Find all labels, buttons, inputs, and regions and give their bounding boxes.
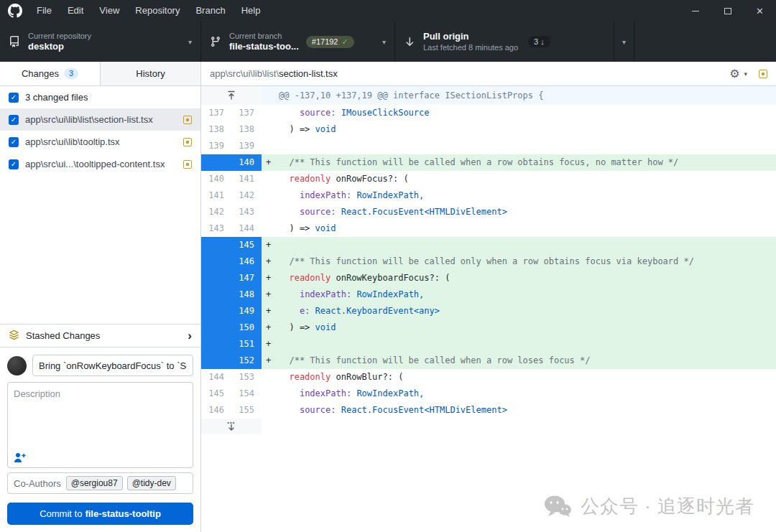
coauthor-chip[interactable]: @sergiou87 [66,476,123,490]
current-repository-value: desktop [28,41,91,52]
diff-gutter[interactable]: 143144 [201,220,262,237]
coauthor-chip[interactable]: @tidy-dev [127,476,176,490]
diff-line[interactable]: 147+ readonly onRowKeyboardFocus?: ( [201,270,776,286]
diff-line[interactable]: 146155 source: React.FocusEvent<HTMLDivE… [201,402,776,419]
diff-gutter[interactable]: 140141 [201,171,262,187]
commit-form: Co-Authors @sergiou87@tidy-dev Commit to… [0,347,200,532]
menu-view[interactable]: View [91,0,127,22]
add-coauthor-button[interactable] [14,452,26,463]
diff-gutter[interactable]: 139139 [201,138,262,154]
diff-gutter[interactable]: 145 [201,237,262,253]
gear-icon[interactable]: ⚙ [729,68,739,80]
file-row[interactable]: ✓app\src\ui\lib\tooltip.tsx [0,131,200,153]
current-branch-button[interactable]: Current branch file-status-too... #17192… [201,22,395,62]
diff-line[interactable]: 141142 indexPath: RowIndexPath, [201,187,776,204]
expand-up-icon [226,90,237,101]
select-all-checkbox[interactable]: ✓ [9,93,19,103]
stashed-changes-row[interactable]: Stashed Changes › [0,324,200,347]
commit-summary-input[interactable] [32,355,193,376]
current-repository-button[interactable]: Current repository desktop ▾ [0,22,201,62]
diff-line-content: + /** This function will be called only … [262,253,776,270]
diff-gutter[interactable]: 150 [201,319,262,336]
new-line-number: 146 [231,253,262,270]
old-line-number: 142 [201,204,231,220]
branch-icon [210,36,221,47]
diff-line[interactable]: 139139 [201,138,776,154]
diff-line[interactable]: 146+ /** This function will be called on… [201,253,776,270]
menu-edit[interactable]: Edit [60,0,91,22]
diff-line[interactable]: 142143 source: React.FocusEvent<HTMLDivE… [201,204,776,220]
expand-down-icon [226,421,237,431]
diff-gutter[interactable]: 142143 [201,204,262,220]
diff-gutter[interactable]: 140 [201,154,262,171]
menu-help[interactable]: Help [234,0,269,22]
diff-line[interactable]: 143144 ) => void [201,220,776,237]
person-plus-icon [14,452,26,463]
menu-file[interactable]: File [29,0,60,22]
chevron-down-icon: ▾ [622,38,626,46]
file-checkbox[interactable]: ✓ [9,115,19,125]
diff-line-content: + ) => void [262,319,776,336]
diff-line[interactable]: 149+ e: React.KeyboardEvent<any> [201,303,776,319]
diff-gutter[interactable]: 146155 [201,402,262,419]
diff-line[interactable]: 145+ [201,237,776,253]
diff-line[interactable]: 151+ [201,336,776,353]
maximize-button[interactable] [711,0,744,22]
old-line-number [201,319,231,336]
diff-gutter[interactable]: 146 [201,253,262,270]
new-line-number: 148 [231,286,262,303]
diff-line[interactable]: 148+ indexPath: RowIndexPath, [201,286,776,303]
old-line-number: 137 [201,105,231,121]
new-line-number: 142 [231,187,262,204]
diff-gutter[interactable]: 138138 [201,121,262,138]
pull-origin-button[interactable]: Pull origin Last fetched 8 minutes ago 3… [395,22,614,62]
commit-description-input[interactable] [8,383,193,446]
diff-line[interactable]: 140+ /** This function will be called wh… [201,154,776,171]
diff-line[interactable]: 137137 source: IMouseClickSource [201,105,776,121]
diff-gutter[interactable]: 144153 [201,369,262,386]
diff-line[interactable]: 152+ /** This function will be called wh… [201,353,776,369]
diff-gutter[interactable]: 148 [201,286,262,303]
diff-line-content: + /** This function will be called when … [262,154,776,171]
diff-line[interactable]: 145154 indexPath: RowIndexPath, [201,386,776,402]
diff-gutter[interactable]: 141142 [201,187,262,204]
close-button[interactable]: ✕ [744,0,776,22]
minimize-button[interactable] [679,0,711,22]
diff-line[interactable]: 144153 readonly onRowBlur?: ( [201,369,776,386]
new-line-number: 147 [231,270,262,286]
diff-gutter[interactable]: 151 [201,336,262,353]
pull-dropdown-button[interactable]: ▾ [614,22,634,62]
chevron-down-icon[interactable]: ▾ [744,70,747,78]
diff-line[interactable]: 138138 ) => void [201,121,776,138]
expand-up-button[interactable] [201,86,262,105]
file-checkbox[interactable]: ✓ [9,137,19,147]
commit-description-box [7,382,193,468]
coauthors-row[interactable]: Co-Authors @sergiou87@tidy-dev [7,472,193,494]
diff-gutter[interactable]: 145154 [201,386,262,402]
diff-gutter[interactable]: 137137 [201,105,262,121]
diff-line-content: + [262,237,776,253]
file-path-name: section-list.tsx [279,68,338,79]
menu-repository[interactable]: Repository [127,0,188,22]
expand-down-button[interactable] [201,419,262,434]
new-line-number: 151 [231,336,262,353]
tab-history[interactable]: History [101,62,200,85]
diff-line[interactable]: 140141 readonly onRowFocus?: ( [201,171,776,187]
old-line-number [201,303,231,319]
menu-branch[interactable]: Branch [188,0,233,22]
diff-line-content: readonly onRowFocus?: ( [262,171,776,187]
commit-button[interactable]: Commit to file-status-tooltip [7,503,193,525]
diff-gutter[interactable]: 149 [201,303,262,319]
old-line-number [201,353,231,369]
diff-gutter[interactable]: 152 [201,353,262,369]
file-row[interactable]: ✓app\src\ui...\tooltipped-content.tsx [0,153,200,175]
diff-line[interactable]: 150+ ) => void [201,319,776,336]
diff-line-content: indexPath: RowIndexPath, [262,386,776,402]
file-checkbox[interactable]: ✓ [9,159,19,169]
menu-bar: FileEditViewRepositoryBranchHelp [29,0,268,22]
file-row[interactable]: ✓app\src\ui\lib\list\section-list.tsx [0,108,200,131]
tab-changes[interactable]: Changes 3 [0,62,101,85]
new-line-number: 155 [231,402,262,419]
window-controls: ✕ [679,0,776,22]
diff-gutter[interactable]: 147 [201,270,262,286]
